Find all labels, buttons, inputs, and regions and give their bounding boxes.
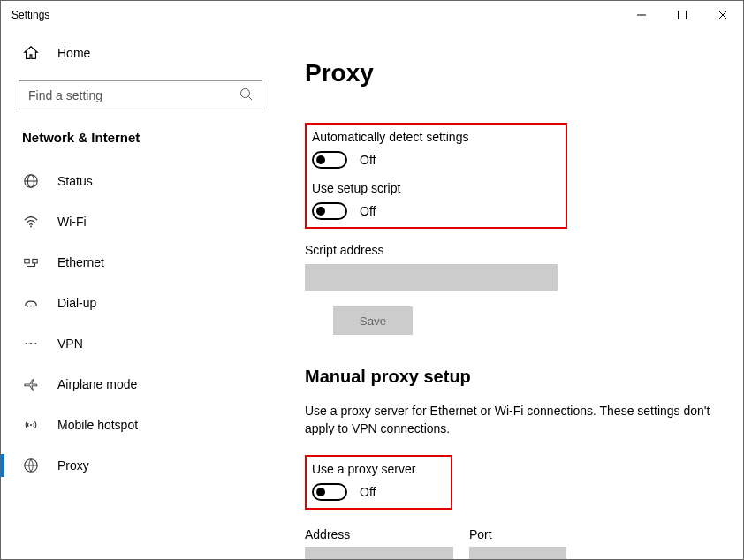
use-proxy-toggle[interactable] xyxy=(312,483,347,501)
section-title: Network & Internet xyxy=(4,130,277,161)
svg-point-17 xyxy=(34,306,35,307)
window-title: Settings xyxy=(11,9,621,21)
sidebar-item-hotspot[interactable]: Mobile hotspot xyxy=(4,405,277,445)
sidebar-item-label: Proxy xyxy=(57,458,89,473)
vpn-icon xyxy=(22,336,40,352)
status-icon xyxy=(22,173,40,189)
setup-script-toggle[interactable] xyxy=(312,202,347,220)
script-address-input[interactable] xyxy=(305,264,558,291)
sidebar: Home Network & Internet Status xyxy=(1,29,277,559)
search-icon xyxy=(239,87,254,104)
auto-detect-state: Off xyxy=(360,153,376,167)
page-title: Proxy xyxy=(305,59,718,87)
port-label: Port xyxy=(469,527,566,541)
svg-point-22 xyxy=(30,424,32,426)
address-label: Address xyxy=(305,527,453,541)
setup-script-label: Use setup script xyxy=(312,181,468,195)
sidebar-item-ethernet[interactable]: Ethernet xyxy=(4,242,277,283)
sidebar-item-label: Ethernet xyxy=(57,255,104,269)
svg-point-4 xyxy=(241,89,250,98)
svg-point-15 xyxy=(27,306,29,307)
sidebar-item-airplane[interactable]: Airplane mode xyxy=(4,364,277,405)
dialup-icon xyxy=(22,295,40,311)
address-input[interactable] xyxy=(305,547,453,559)
hotspot-icon xyxy=(22,417,40,433)
close-button[interactable] xyxy=(702,1,743,29)
port-input[interactable] xyxy=(469,547,566,559)
wifi-icon xyxy=(22,214,40,230)
sidebar-item-label: Dial-up xyxy=(57,296,96,310)
sidebar-item-dialup[interactable]: Dial-up xyxy=(4,283,277,323)
svg-rect-1 xyxy=(679,11,687,19)
manual-title: Manual proxy setup xyxy=(305,367,718,387)
sidebar-item-label: Airplane mode xyxy=(57,377,137,391)
save-button[interactable]: Save xyxy=(333,306,413,335)
svg-point-16 xyxy=(30,306,32,307)
sidebar-item-label: VPN xyxy=(57,337,83,351)
svg-line-5 xyxy=(249,97,253,101)
script-address-label: Script address xyxy=(305,243,718,257)
settings-window: Settings Home xyxy=(0,0,744,560)
proxy-icon xyxy=(22,458,40,473)
svg-point-20 xyxy=(34,343,36,344)
svg-rect-11 xyxy=(33,259,37,263)
search-box[interactable] xyxy=(19,80,262,110)
auto-detect-label: Automatically detect settings xyxy=(312,130,468,144)
use-proxy-label: Use a proxy server xyxy=(312,462,415,476)
sidebar-item-label: Wi-Fi xyxy=(57,215,87,229)
use-proxy-state: Off xyxy=(360,485,376,499)
auto-detect-toggle[interactable] xyxy=(312,151,347,169)
sidebar-item-vpn[interactable]: VPN xyxy=(4,323,277,364)
svg-rect-10 xyxy=(25,259,29,263)
ethernet-icon xyxy=(22,254,40,270)
highlight-box-2: Use a proxy server Off xyxy=(305,455,452,510)
maximize-button[interactable] xyxy=(662,1,702,29)
content-area: Proxy Automatically detect settings Off … xyxy=(277,29,743,559)
sidebar-item-status[interactable]: Status xyxy=(4,161,277,201)
nav-list: Status Wi-Fi Ethernet xyxy=(4,161,277,486)
svg-point-9 xyxy=(30,226,32,228)
window-controls xyxy=(621,1,743,29)
sidebar-item-wifi[interactable]: Wi-Fi xyxy=(4,201,277,242)
home-label: Home xyxy=(57,46,90,60)
highlight-box-1: Automatically detect settings Off Use se… xyxy=(305,123,567,229)
home-link[interactable]: Home xyxy=(4,38,277,68)
minimize-button[interactable] xyxy=(621,1,662,29)
airplane-icon xyxy=(22,376,40,392)
setup-script-state: Off xyxy=(360,204,376,218)
sidebar-item-label: Mobile hotspot xyxy=(57,418,138,432)
sidebar-item-proxy[interactable]: Proxy xyxy=(4,445,277,486)
sidebar-item-label: Status xyxy=(57,174,93,188)
titlebar: Settings xyxy=(1,1,743,29)
home-icon xyxy=(22,45,40,61)
search-input[interactable] xyxy=(19,80,262,110)
manual-desc: Use a proxy server for Ethernet or Wi-Fi… xyxy=(305,403,711,437)
